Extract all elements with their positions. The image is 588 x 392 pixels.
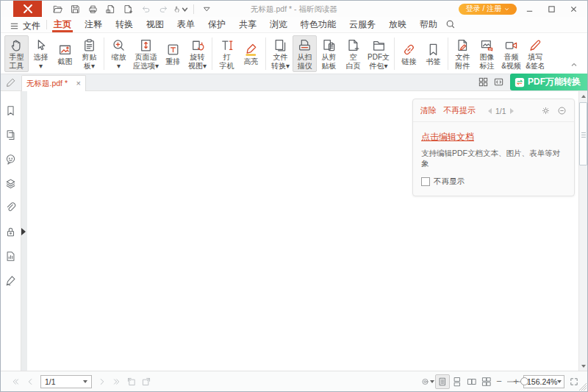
hand-tool-button[interactable]: 手型工具 xyxy=(4,35,29,72)
ribbon-group-separator xyxy=(212,38,212,70)
continuous-view-button[interactable] xyxy=(450,374,465,389)
grid-view-button[interactable] xyxy=(476,74,491,90)
attach-icon xyxy=(455,38,470,53)
view-mode-button[interactable] xyxy=(420,374,435,389)
link-button[interactable]: 链接 xyxy=(397,40,421,68)
menu-tab-帮助[interactable]: 帮助 xyxy=(413,17,444,32)
pdf-convert-button[interactable]: PDF万能转换 xyxy=(510,74,587,90)
scroll-up-button[interactable] xyxy=(579,91,587,101)
first-page-button[interactable] xyxy=(8,374,23,389)
open-file-button[interactable] xyxy=(49,2,65,15)
clear-link[interactable]: 清除 xyxy=(420,105,437,116)
zoom-percentage-input[interactable]: 156.24% xyxy=(523,375,564,388)
file-attachment-button[interactable]: 文件附件 xyxy=(451,35,475,72)
zoom-out-button[interactable]: − xyxy=(494,376,504,387)
signature-panel-button[interactable] xyxy=(1,268,21,293)
dont-show-checkbox[interactable] xyxy=(421,177,430,186)
login-register-button[interactable]: 登录 / 注册 xyxy=(459,4,517,15)
panel-expand-handle[interactable] xyxy=(21,228,26,235)
from-scanner-button[interactable]: 从扫描仪 xyxy=(293,35,317,72)
from-clipboard-button[interactable]: 从剪贴板 xyxy=(317,35,341,72)
collapse-hint-icon[interactable] xyxy=(557,106,567,115)
clipboard-button[interactable]: 剪贴板▾ xyxy=(77,35,101,72)
reflow-icon xyxy=(165,42,181,57)
scroll-down-button[interactable] xyxy=(579,361,587,371)
menu-tab-云服务[interactable]: 云服务 xyxy=(343,17,382,32)
zoom-tool-button[interactable]: 缩放▾ xyxy=(107,35,131,72)
zoom-in-button[interactable]: + xyxy=(511,376,521,387)
select-tool-button[interactable]: 选择▾ xyxy=(29,35,53,72)
page-fit-options-button[interactable]: 页面适应选项▾ xyxy=(131,35,161,72)
menu-tab-放映[interactable]: 放映 xyxy=(382,17,413,32)
file-convert-button[interactable]: 文件转换▾ xyxy=(268,35,293,72)
highlight-button[interactable]: 高亮 xyxy=(239,40,263,68)
attachments-panel-button[interactable] xyxy=(1,196,21,220)
standards-panel-button[interactable] xyxy=(1,244,21,268)
tab-switch-button[interactable] xyxy=(491,74,506,90)
pdf-portfolio-button[interactable]: PDF文件包▾ xyxy=(365,35,392,72)
minimize-button[interactable] xyxy=(520,2,539,15)
next-view-button[interactable] xyxy=(139,374,154,389)
bookmark-button[interactable]: 书签 xyxy=(421,40,445,68)
collapse-ribbon-button[interactable] xyxy=(570,58,578,71)
menu-tab-主页[interactable]: 主页 xyxy=(47,17,78,32)
menu-tab-保护[interactable]: 保护 xyxy=(201,17,232,32)
typewriter-button[interactable]: 打字机 xyxy=(215,35,239,72)
new-document-button[interactable] xyxy=(120,2,136,15)
search-button[interactable] xyxy=(445,17,456,32)
blank-page-button[interactable]: 空白页 xyxy=(341,35,365,72)
facing-view-button[interactable] xyxy=(465,374,479,389)
vcont-icon xyxy=(452,377,462,387)
fill-sign-button[interactable]: 填写&签名 xyxy=(523,35,548,72)
close-tab-icon[interactable]: × xyxy=(76,79,81,88)
previous-page-button[interactable] xyxy=(23,374,37,389)
save-button[interactable] xyxy=(67,2,83,15)
next-hint-button[interactable] xyxy=(510,108,514,114)
menu-tab-表单[interactable]: 表单 xyxy=(171,17,201,32)
undo-button[interactable] xyxy=(137,2,154,15)
comments-panel-button[interactable] xyxy=(1,147,21,171)
edit-document-link[interactable]: 点击编辑文档 xyxy=(421,131,474,143)
maximize-button[interactable] xyxy=(542,2,561,15)
security-panel-button[interactable] xyxy=(1,220,21,244)
menu-tab-特色功能[interactable]: 特色功能 xyxy=(294,17,343,32)
settings-gear-icon[interactable] xyxy=(541,106,551,115)
redo-button[interactable] xyxy=(155,2,171,15)
next-page-button[interactable] xyxy=(95,374,110,389)
rotate-view-button[interactable]: 旋转视图▾ xyxy=(185,35,209,72)
page-thumbnails-panel-button[interactable] xyxy=(1,123,21,147)
save-icon xyxy=(70,4,81,15)
facing-continuous-view-button[interactable] xyxy=(479,374,494,389)
reflow-button[interactable]: 重排 xyxy=(161,40,185,68)
menu-tab-共享[interactable]: 共享 xyxy=(232,17,263,32)
comment-icon xyxy=(4,153,17,165)
document-tab[interactable]: 无标题.pdf * × xyxy=(21,75,86,91)
scrollbar-thumb[interactable] xyxy=(579,102,587,165)
previous-hint-button[interactable] xyxy=(488,108,492,114)
customize-quick-access-button[interactable] xyxy=(198,2,215,15)
previous-view-button[interactable] xyxy=(124,374,139,389)
layers-panel-button[interactable] xyxy=(1,171,21,196)
last-page-button[interactable] xyxy=(110,374,124,389)
print-button[interactable] xyxy=(85,2,101,15)
select-mode-button[interactable] xyxy=(173,2,189,15)
page-number-input[interactable]: 1/1 xyxy=(40,375,92,388)
foxit-logo-button[interactable] xyxy=(13,1,42,17)
single-page-view-button[interactable] xyxy=(435,374,450,389)
menu-tab-注释[interactable]: 注释 xyxy=(78,17,109,32)
zoom-slider[interactable] xyxy=(507,377,508,385)
bookmarks-panel-button[interactable] xyxy=(1,99,21,123)
quick-edit-button[interactable] xyxy=(1,74,21,90)
menu-tab-转换[interactable]: 转换 xyxy=(109,17,140,32)
menu-tab-视图[interactable]: 视图 xyxy=(140,17,171,32)
file-menu-button[interactable]: 文件 xyxy=(7,17,46,33)
vertical-scrollbar[interactable] xyxy=(578,91,587,371)
dont-remind-link[interactable]: 不再提示 xyxy=(443,105,476,116)
image-annotation-button[interactable]: 图像标注 xyxy=(475,35,499,72)
menu-tab-浏览[interactable]: 浏览 xyxy=(263,17,294,32)
save-as-button[interactable] xyxy=(102,2,118,15)
close-button[interactable] xyxy=(564,2,583,15)
audio-video-button[interactable]: 音频&视频 xyxy=(499,35,523,72)
window-resize-grip[interactable] xyxy=(579,383,587,391)
snapshot-button[interactable]: 截图 xyxy=(53,40,77,68)
